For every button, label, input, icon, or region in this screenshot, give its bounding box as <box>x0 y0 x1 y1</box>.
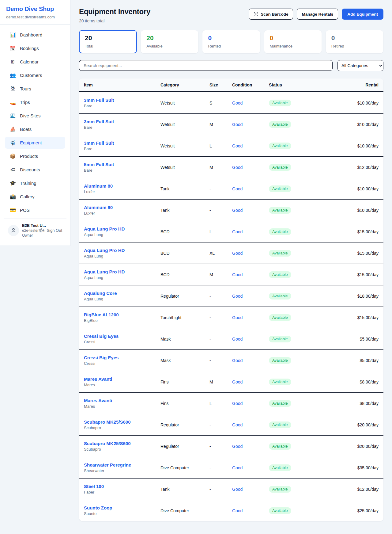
stat-card[interactable]: 0 Rented <box>202 30 260 53</box>
stat-value: 0 <box>208 34 254 42</box>
status-badge: Available <box>269 143 291 149</box>
item-brand: Aqua Lung <box>84 297 160 301</box>
sign-out-button[interactable]: Sign Out <box>40 228 62 233</box>
spiral-calendar-icon: 🗓 <box>10 59 16 65</box>
size-cell: - <box>209 487 232 492</box>
item-name-link[interactable]: Steel 100 <box>84 484 160 489</box>
sidebar-item-trips[interactable]: 🚤 Trips <box>5 96 65 108</box>
category-cell: Tank <box>160 487 209 492</box>
condition-link[interactable]: Good <box>232 186 243 191</box>
condition-link[interactable]: Good <box>232 165 243 170</box>
sidebar-item-label: Trips <box>20 100 30 105</box>
item-cell: Aluminum 80 Luxfer <box>84 183 160 194</box>
condition-link[interactable]: Good <box>232 487 243 492</box>
condition-link[interactable]: Good <box>232 358 243 363</box>
item-name-link[interactable]: 3mm Full Suit <box>84 97 160 103</box>
item-name-link[interactable]: 5mm Full Suit <box>84 162 160 167</box>
stat-card[interactable]: 0 Retired <box>326 30 383 53</box>
condition-link[interactable]: Good <box>232 337 243 341</box>
sidebar-item-label: Dive Sites <box>20 113 41 118</box>
condition-link[interactable]: Good <box>232 422 243 427</box>
item-brand: Luxfer <box>84 211 160 216</box>
stat-label: Total <box>85 44 131 48</box>
item-name-link[interactable]: Scubapro MK25/S600 <box>84 441 160 446</box>
item-name-link[interactable]: Shearwater Peregrine <box>84 462 160 467</box>
sidebar-item-label: Dashboard <box>20 32 42 37</box>
sidebar-item-customers[interactable]: 👥 Customers <box>5 69 65 81</box>
item-cell: Cressi Big Eyes Cressi <box>84 334 160 344</box>
sidebar-item-pos[interactable]: 💳 POS <box>5 204 65 216</box>
search-input[interactable] <box>79 60 333 71</box>
table-row: Steel 100 Faber Tank - Good Available $1… <box>79 478 383 500</box>
item-brand: Scubapro <box>84 425 160 430</box>
manage-rentals-label: Manage Rentals <box>302 12 333 17</box>
sidebar-item-gallery[interactable]: 📸 Gallery <box>5 191 65 203</box>
item-name-link[interactable]: Scubapro MK25/S600 <box>84 419 160 425</box>
item-name-link[interactable]: Cressi Big Eyes <box>84 334 160 339</box>
condition-link[interactable]: Good <box>232 101 243 105</box>
item-name-link[interactable]: 3mm Full Suit <box>84 119 160 124</box>
item-name-link[interactable]: Suunto Zoop <box>84 505 160 510</box>
item-name-link[interactable]: Mares Avanti <box>84 376 160 382</box>
item-name-link[interactable]: Aqua Lung Pro HD <box>84 226 160 231</box>
table-row: Aqua Lung Pro HD Aqua Lung BCD L Good Av… <box>79 221 383 242</box>
size-cell: L <box>209 143 232 148</box>
size-cell: M <box>209 272 232 277</box>
table-row: Aluminum 80 Luxfer Tank - Good Available… <box>79 178 383 199</box>
condition-link[interactable]: Good <box>232 508 243 513</box>
status-badge: Available <box>269 293 291 299</box>
condition-link[interactable]: Good <box>232 272 243 277</box>
stat-card[interactable]: 0 Maintenance <box>264 30 322 53</box>
sidebar-item-discounts[interactable]: 🏷 Discounts <box>5 164 65 176</box>
item-name-link[interactable]: BigBlue AL1200 <box>84 312 160 317</box>
item-name-link[interactable]: Mares Avanti <box>84 398 160 403</box>
item-name-link[interactable]: 3mm Full Suit <box>84 140 160 146</box>
sidebar-item-label: Training <box>20 181 36 186</box>
category-select[interactable]: All Categories <box>337 60 383 71</box>
sidebar-item-bookings[interactable]: 📅 Bookings <box>5 42 65 54</box>
page-title-block: Equipment Inventory 20 items total <box>79 7 150 23</box>
add-equipment-button[interactable]: Add Equipment <box>342 9 383 20</box>
condition-link[interactable]: Good <box>232 122 243 127</box>
category-cell: Wetsuit <box>160 122 209 127</box>
condition-link[interactable]: Good <box>232 251 243 256</box>
condition-link[interactable]: Good <box>232 143 243 148</box>
status-badge: Available <box>269 379 291 385</box>
condition-link[interactable]: Good <box>232 208 243 213</box>
scan-barcode-button[interactable]: Scan Barcode <box>249 9 293 20</box>
manage-rentals-button[interactable]: Manage Rentals <box>297 9 338 20</box>
stat-card[interactable]: 20 Total <box>79 30 137 53</box>
table-row: 3mm Full Suit Bare Wetsuit L Good Availa… <box>79 135 383 156</box>
sidebar-item-boats[interactable]: ⛵ Boats <box>5 123 65 135</box>
category-cell: Dive Computer <box>160 465 209 470</box>
item-name-link[interactable]: Aqua Lung Pro HD <box>84 269 160 274</box>
condition-link[interactable]: Good <box>232 465 243 470</box>
sidebar-item-equipment[interactable]: 🤿 Equipment <box>5 137 65 149</box>
condition-link[interactable]: Good <box>232 401 243 406</box>
sidebar-item-tours[interactable]: 🏝 Tours <box>5 83 65 95</box>
calendar-icon: 📅 <box>10 45 16 51</box>
table-row: Aluminum 80 Luxfer Tank - Good Available… <box>79 199 383 221</box>
page-title: Equipment Inventory <box>79 7 150 16</box>
item-name-link[interactable]: Cressi Big Eyes <box>84 355 160 360</box>
sidebar-item-products[interactable]: 📦 Products <box>5 150 65 162</box>
condition-link[interactable]: Good <box>232 315 243 320</box>
condition-link[interactable]: Good <box>232 444 243 449</box>
sidebar-item-dashboard[interactable]: 📊 Dashboard <box>5 29 65 41</box>
stat-card[interactable]: 20 Available <box>141 30 198 53</box>
item-name-link[interactable]: Aluminum 80 <box>84 183 160 189</box>
sidebar-item-calendar[interactable]: 🗓 Calendar <box>5 56 65 68</box>
sidebar-item-training[interactable]: 🎓 Training <box>5 177 65 189</box>
rental-price: $5.00/day <box>315 358 379 363</box>
item-name-link[interactable]: Aluminum 80 <box>84 205 160 210</box>
sidebar-item-dive-sites[interactable]: 🌊 Dive Sites <box>5 110 65 122</box>
shop-domain: demo.test.divestreams.com <box>6 15 64 19</box>
status-badge: Available <box>269 250 291 257</box>
label-icon: 🏷 <box>10 167 16 173</box>
condition-link[interactable]: Good <box>232 380 243 384</box>
item-name-link[interactable]: Aqua Lung Pro HD <box>84 248 160 253</box>
item-name-link[interactable]: Aqualung Core <box>84 291 160 296</box>
condition-link[interactable]: Good <box>232 294 243 299</box>
wave-icon: 🌊 <box>10 113 16 119</box>
condition-link[interactable]: Good <box>232 229 243 234</box>
